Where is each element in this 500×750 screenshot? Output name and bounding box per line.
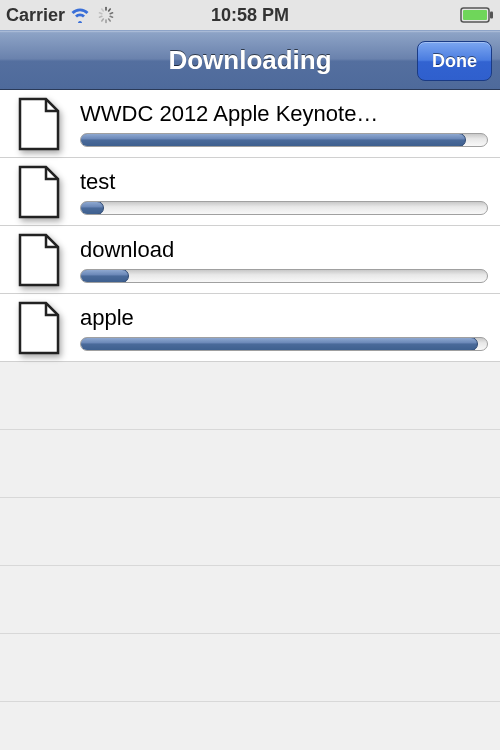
svg-line-6 <box>102 19 104 21</box>
file-icon <box>16 301 62 355</box>
list-item-content: WWDC 2012 Apple Keynote… <box>80 101 488 147</box>
download-title: WWDC 2012 Apple Keynote… <box>80 101 488 127</box>
empty-row <box>0 634 500 702</box>
empty-row <box>0 430 500 498</box>
download-title: test <box>80 169 488 195</box>
progress-fill <box>80 201 104 215</box>
page-title: Downloading <box>168 45 331 76</box>
status-time: 10:58 PM <box>211 5 289 26</box>
done-button[interactable]: Done <box>417 41 492 81</box>
svg-line-8 <box>100 13 102 14</box>
carrier-label: Carrier <box>6 5 65 26</box>
progress-bar <box>80 269 488 283</box>
wifi-icon <box>69 7 91 23</box>
loading-spinner-icon <box>97 6 115 24</box>
progress-bar <box>80 337 488 351</box>
svg-rect-12 <box>490 12 493 19</box>
list-item-content: test <box>80 169 488 215</box>
svg-line-4 <box>109 19 111 21</box>
svg-line-9 <box>102 9 104 11</box>
status-bar: Carrier <box>0 0 500 30</box>
svg-line-3 <box>110 16 112 17</box>
file-icon <box>16 165 62 219</box>
status-right <box>460 7 494 23</box>
downloads-list[interactable]: WWDC 2012 Apple Keynote… test <box>0 90 500 750</box>
svg-rect-11 <box>463 10 487 20</box>
svg-line-7 <box>100 16 102 17</box>
list-item[interactable]: download <box>0 226 500 294</box>
download-title: apple <box>80 305 488 331</box>
list-item-content: apple <box>80 305 488 351</box>
svg-line-1 <box>109 9 111 11</box>
progress-fill <box>80 269 129 283</box>
list-item-content: download <box>80 237 488 283</box>
file-icon <box>16 97 62 151</box>
empty-row <box>0 702 500 750</box>
status-left: Carrier <box>6 5 115 26</box>
list-item[interactable]: test <box>0 158 500 226</box>
download-title: download <box>80 237 488 263</box>
list-item[interactable]: apple <box>0 294 500 362</box>
progress-fill <box>80 133 466 147</box>
nav-bar: Downloading Done <box>0 30 500 90</box>
file-icon <box>16 233 62 287</box>
progress-bar <box>80 133 488 147</box>
progress-fill <box>80 337 478 351</box>
empty-row <box>0 362 500 430</box>
empty-row <box>0 498 500 566</box>
empty-row <box>0 566 500 634</box>
done-button-label: Done <box>432 51 477 72</box>
list-item[interactable]: WWDC 2012 Apple Keynote… <box>0 90 500 158</box>
progress-bar <box>80 201 488 215</box>
battery-icon <box>460 7 494 23</box>
svg-line-2 <box>110 13 112 14</box>
